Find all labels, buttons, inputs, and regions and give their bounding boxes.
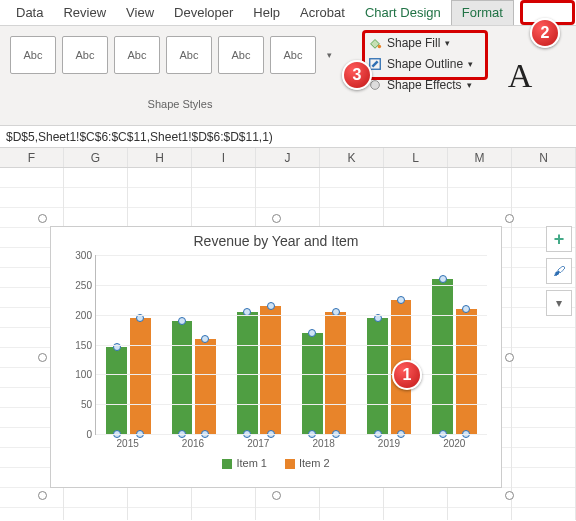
chart-legend[interactable]: Item 1 Item 2 bbox=[51, 449, 501, 469]
tab-review[interactable]: Review bbox=[53, 1, 116, 25]
tab-developer[interactable]: Developer bbox=[164, 1, 243, 25]
col-header[interactable]: F bbox=[0, 148, 64, 167]
tab-help[interactable]: Help bbox=[243, 1, 290, 25]
y-axis-tick-label: 300 bbox=[62, 250, 92, 261]
shape-fill-label: Shape Fill bbox=[387, 36, 440, 50]
col-header[interactable]: I bbox=[192, 148, 256, 167]
brush-icon: 🖌 bbox=[553, 264, 565, 278]
bar-item1[interactable] bbox=[302, 333, 323, 434]
shape-style-swatch[interactable]: Abc bbox=[114, 36, 160, 74]
bar-item1[interactable] bbox=[172, 321, 193, 434]
formula-bar[interactable]: $D$5,Sheet1!$C$6:$C$11,Sheet1!$D$6:$D$11… bbox=[0, 126, 576, 148]
col-header[interactable]: M bbox=[448, 148, 512, 167]
chart-gridline bbox=[96, 374, 487, 375]
chevron-down-icon: ▾ bbox=[467, 80, 472, 90]
x-axis-tick-label: 2016 bbox=[160, 435, 225, 449]
selection-handle[interactable] bbox=[505, 214, 514, 223]
svg-point-0 bbox=[378, 45, 382, 49]
y-axis-tick-label: 100 bbox=[62, 369, 92, 380]
tab-data[interactable]: Data bbox=[6, 1, 53, 25]
col-header[interactable]: K bbox=[320, 148, 384, 167]
tab-format[interactable]: Format bbox=[451, 0, 514, 25]
bar-item2[interactable] bbox=[456, 309, 477, 434]
col-header[interactable]: N bbox=[512, 148, 576, 167]
y-axis-tick-label: 50 bbox=[62, 399, 92, 410]
plus-icon: + bbox=[554, 229, 565, 250]
y-axis-tick-label: 150 bbox=[62, 339, 92, 350]
bar-item1[interactable] bbox=[432, 279, 453, 434]
chart-plot-area[interactable]: 050100150200250300 bbox=[95, 255, 487, 435]
chart-gridline bbox=[96, 255, 487, 256]
bar-item2[interactable] bbox=[130, 318, 151, 434]
chart-gridline bbox=[96, 434, 487, 435]
chevron-down-icon[interactable]: ▾ bbox=[327, 50, 332, 60]
chart-gridline bbox=[96, 404, 487, 405]
callout-badge-1: 1 bbox=[392, 360, 422, 390]
ribbon-body: Abc Abc Abc Abc Abc Abc ▾ Shape Styles S… bbox=[0, 26, 576, 126]
legend-label: Item 2 bbox=[299, 457, 330, 469]
bar-item1[interactable] bbox=[106, 347, 127, 434]
series-selection-point[interactable] bbox=[267, 302, 275, 310]
series-selection-point[interactable] bbox=[201, 335, 209, 343]
series-selection-point[interactable] bbox=[462, 305, 470, 313]
shape-effects-button[interactable]: Shape Effects ▾ bbox=[364, 76, 486, 94]
shape-style-swatch[interactable]: Abc bbox=[10, 36, 56, 74]
ribbon-tabs: Data Review View Developer Help Acrobat … bbox=[0, 0, 576, 26]
series-selection-point[interactable] bbox=[178, 317, 186, 325]
col-header[interactable]: G bbox=[64, 148, 128, 167]
selection-handle[interactable] bbox=[272, 214, 281, 223]
callout-badge-3: 3 bbox=[342, 60, 372, 90]
selection-handle[interactable] bbox=[505, 353, 514, 362]
series-selection-point[interactable] bbox=[439, 275, 447, 283]
bucket-icon bbox=[368, 36, 382, 50]
bar-item1[interactable] bbox=[367, 318, 388, 434]
chevron-down-icon: ▾ bbox=[468, 59, 473, 69]
x-axis-tick-label: 2020 bbox=[422, 435, 487, 449]
callout-badge-2: 2 bbox=[530, 18, 560, 48]
selection-handle[interactable] bbox=[38, 491, 47, 500]
chart-x-axis: 201520162017201820192020 bbox=[95, 435, 487, 449]
shape-style-swatches: Abc Abc Abc Abc Abc Abc ▾ bbox=[0, 26, 360, 78]
chart[interactable]: Revenue by Year and Item 050100150200250… bbox=[50, 226, 502, 488]
shape-fill-button[interactable]: Shape Fill ▾ bbox=[364, 34, 486, 52]
chart-elements-button[interactable]: + bbox=[546, 226, 572, 252]
bar-item2[interactable] bbox=[325, 312, 346, 434]
bar-item1[interactable] bbox=[237, 312, 258, 434]
selection-handle[interactable] bbox=[38, 214, 47, 223]
shape-outline-label: Shape Outline bbox=[387, 57, 463, 71]
selection-handle[interactable] bbox=[38, 353, 47, 362]
y-axis-tick-label: 200 bbox=[62, 309, 92, 320]
shape-style-swatch[interactable]: Abc bbox=[62, 36, 108, 74]
shape-menu: Shape Fill ▾ Shape Outline ▾ Shape Effec… bbox=[360, 26, 490, 125]
y-axis-tick-label: 250 bbox=[62, 279, 92, 290]
shape-style-swatch[interactable]: Abc bbox=[218, 36, 264, 74]
series-selection-point[interactable] bbox=[308, 329, 316, 337]
tab-chart-design[interactable]: Chart Design bbox=[355, 1, 451, 25]
bar-item2[interactable] bbox=[260, 306, 281, 434]
legend-item-1[interactable]: Item 1 bbox=[222, 457, 267, 469]
chevron-down-icon: ▾ bbox=[445, 38, 450, 48]
bar-item2[interactable] bbox=[195, 339, 216, 434]
tab-acrobat[interactable]: Acrobat bbox=[290, 1, 355, 25]
col-header[interactable]: L bbox=[384, 148, 448, 167]
legend-label: Item 1 bbox=[236, 457, 267, 469]
legend-item-2[interactable]: Item 2 bbox=[285, 457, 330, 469]
shape-style-swatch[interactable]: Abc bbox=[166, 36, 212, 74]
selection-handle[interactable] bbox=[505, 491, 514, 500]
shape-style-swatch[interactable]: Abc bbox=[270, 36, 316, 74]
tab-view[interactable]: View bbox=[116, 1, 164, 25]
chart-styles-button[interactable]: 🖌 bbox=[546, 258, 572, 284]
selection-handle[interactable] bbox=[272, 491, 281, 500]
cell-grid[interactable]: Revenue by Year and Item 050100150200250… bbox=[0, 168, 576, 520]
shape-effects-label: Shape Effects bbox=[387, 78, 462, 92]
col-header[interactable]: J bbox=[256, 148, 320, 167]
column-headers: F G H I J K L M N bbox=[0, 148, 576, 168]
group-label-shape-styles: Shape Styles bbox=[0, 98, 360, 110]
x-axis-tick-label: 2015 bbox=[95, 435, 160, 449]
col-header[interactable]: H bbox=[128, 148, 192, 167]
chart-filters-button[interactable]: ▾ bbox=[546, 290, 572, 316]
shape-outline-button[interactable]: Shape Outline ▾ bbox=[364, 55, 486, 73]
chart-title[interactable]: Revenue by Year and Item bbox=[51, 227, 501, 251]
series-selection-point[interactable] bbox=[397, 296, 405, 304]
chart-object[interactable]: Revenue by Year and Item 050100150200250… bbox=[42, 218, 510, 496]
